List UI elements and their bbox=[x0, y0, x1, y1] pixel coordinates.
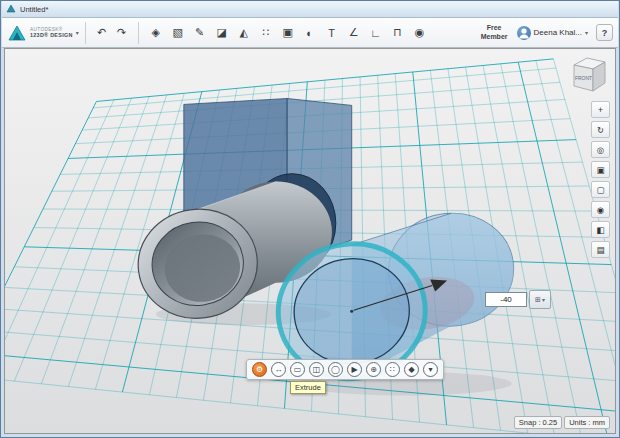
help-button[interactable]: ? bbox=[596, 24, 613, 41]
construct-icon[interactable]: ◪ bbox=[212, 20, 232, 46]
pattern-icon[interactable]: ∷ bbox=[256, 20, 276, 46]
dimension-input[interactable] bbox=[485, 292, 527, 307]
main-toolbar: AUTODESK® 123D® DESIGN ▾ ↶↷ ◈▧✎◪◭∷▣◐T∠∟⊓… bbox=[2, 18, 618, 48]
undo-icon[interactable]: ↶ bbox=[92, 20, 112, 46]
chevron-down-icon: ▾ bbox=[585, 29, 588, 36]
view-cube-front-label: FRONT bbox=[575, 75, 592, 81]
membership-status: Free Member bbox=[481, 24, 508, 42]
grid-icon: ⊞ bbox=[535, 296, 541, 304]
orbit-icon[interactable]: ↻ bbox=[591, 121, 610, 138]
brand-line2: 123D® DESIGN bbox=[30, 32, 73, 38]
measure-icon[interactable]: ∠ bbox=[344, 20, 364, 46]
status-bar: Snap : 0.25 Units : mm bbox=[514, 416, 610, 429]
extrude-tooltip: Extrude bbox=[290, 381, 326, 394]
visibility-icon[interactable]: ◉ bbox=[591, 201, 610, 218]
primitive-box-icon[interactable]: ▭ bbox=[290, 362, 305, 377]
brand-menu[interactable]: AUTODESK® 123D® DESIGN ▾ bbox=[7, 24, 79, 42]
primitives-icon[interactable]: ▧ bbox=[168, 20, 188, 46]
gear-icon[interactable]: ⚙ bbox=[252, 362, 267, 377]
window-title: Untitled* bbox=[20, 5, 48, 14]
history-buttons: ↶↷ bbox=[92, 20, 132, 46]
transform-icon[interactable]: ◈ bbox=[146, 20, 166, 46]
chevron-down-icon: ▾ bbox=[76, 29, 79, 36]
pattern-icon[interactable]: ∷ bbox=[385, 362, 400, 377]
snap-target-icon[interactable]: ⊕ bbox=[366, 362, 381, 377]
viewport-3d[interactable]: FRONT +↻◎▣▢◉◧▤ ⊞▾ ⚙↔▭◫◯▶⊕∷◆▾ Extrude Sna… bbox=[4, 48, 616, 434]
dimension-popup: ⊞▾ bbox=[485, 290, 551, 309]
toolbar-separator bbox=[85, 22, 86, 44]
view-cube[interactable]: FRONT bbox=[565, 51, 609, 95]
context-toolbar: ⚙↔▭◫◯▶⊕∷◆▾ bbox=[246, 359, 444, 380]
app-icon bbox=[6, 4, 16, 14]
avatar bbox=[517, 26, 531, 40]
ruler-icon[interactable]: ∟ bbox=[366, 20, 386, 46]
text-icon[interactable]: T bbox=[322, 20, 342, 46]
move-icon[interactable]: ↔ bbox=[271, 362, 286, 377]
brand-logo-icon bbox=[7, 24, 27, 42]
tool-buttons: ◈▧✎◪◭∷▣◐T∠∟⊓◉ bbox=[145, 20, 431, 46]
zoom-icon[interactable]: ◎ bbox=[591, 141, 610, 158]
pointer-icon[interactable]: ▶ bbox=[347, 362, 362, 377]
combine-icon[interactable]: ◐ bbox=[300, 20, 320, 46]
person-icon bbox=[517, 26, 531, 40]
fit-view-icon[interactable]: ▢ bbox=[591, 181, 610, 198]
units-setting[interactable]: Units : mm bbox=[564, 416, 610, 429]
center-point[interactable] bbox=[350, 310, 353, 313]
more-icon[interactable]: ▾ bbox=[423, 362, 438, 377]
chevron-down-icon: ▾ bbox=[542, 296, 545, 303]
toolbar-separator bbox=[138, 22, 139, 44]
app-window: Untitled* AUTODESK® 123D® DESIGN ▾ ↶↷ ◈▧… bbox=[0, 0, 620, 438]
fit-icon[interactable]: ◆ bbox=[404, 362, 419, 377]
sketch-icon[interactable]: ✎ bbox=[190, 20, 210, 46]
snap-icon[interactable]: ⊓ bbox=[388, 20, 408, 46]
modify-icon[interactable]: ◭ bbox=[234, 20, 254, 46]
navigation-toolbar: +↻◎▣▢◉◧▤ bbox=[591, 101, 610, 258]
titlebar[interactable]: Untitled* bbox=[2, 1, 618, 18]
user-name: Deena Khal... bbox=[534, 28, 582, 37]
membership-line2: Member bbox=[481, 33, 508, 42]
membership-line1: Free bbox=[481, 24, 508, 33]
sphere-icon[interactable]: ◯ bbox=[328, 362, 343, 377]
grouping-icon[interactable]: ▣ bbox=[278, 20, 298, 46]
extrude-icon[interactable]: ◫ bbox=[309, 362, 324, 377]
outline-icon[interactable]: ▤ bbox=[591, 241, 610, 258]
redo-icon[interactable]: ↷ bbox=[112, 20, 132, 46]
dimension-options-button[interactable]: ⊞▾ bbox=[529, 290, 551, 309]
snap-setting[interactable]: Snap : 0.25 bbox=[514, 416, 562, 429]
shade-material-icon[interactable]: ◧ bbox=[591, 221, 610, 238]
material-icon[interactable]: ◉ bbox=[410, 20, 430, 46]
pan-icon[interactable]: + bbox=[591, 101, 610, 118]
user-menu[interactable]: Deena Khal... ▾ bbox=[517, 26, 589, 40]
zoom-window-icon[interactable]: ▣ bbox=[591, 161, 610, 178]
